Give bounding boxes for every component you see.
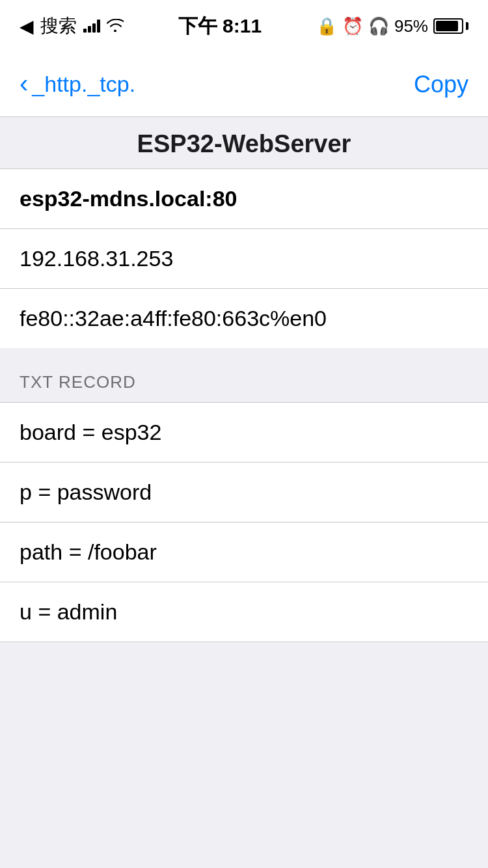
status-left: ◀ 搜索 xyxy=(20,14,124,38)
back-label: _http._tcp. xyxy=(32,72,135,97)
status-right: 🔒 ⏰ 🎧 95% xyxy=(316,16,468,36)
txt-key-3: u xyxy=(20,599,32,624)
txt-equals-1: = xyxy=(38,480,57,504)
txt-equals-0: = xyxy=(82,420,101,444)
wifi-icon xyxy=(107,16,124,36)
page-title: ESP32-WebServer xyxy=(20,130,468,158)
txt-key-2: path xyxy=(20,539,62,564)
txt-key-0: board xyxy=(20,420,76,444)
txt-header-label: TXT RECORD xyxy=(20,372,136,392)
battery-percent: 95% xyxy=(394,16,428,36)
nav-bar: ‹ _http._tcp. Copy xyxy=(0,52,488,117)
txt-equals-3: = xyxy=(38,599,57,624)
section-title-container: ESP32-WebServer xyxy=(0,117,488,169)
lock-icon: 🔒 xyxy=(316,16,337,36)
address-value-2: fe80::32ae:a4ff:fe80:663c%en0 xyxy=(20,306,327,331)
txt-record-1[interactable]: p = password xyxy=(0,463,488,522)
carrier-label: 搜索 xyxy=(40,14,77,38)
txt-value-3: admin xyxy=(57,599,118,624)
address-group: esp32-mdns.local:80 192.168.31.253 fe80:… xyxy=(0,169,488,348)
alarm-icon: ⏰ xyxy=(342,16,363,36)
battery-icon xyxy=(433,18,468,34)
address-item-0[interactable]: esp32-mdns.local:80 xyxy=(0,169,488,229)
txt-records-group: board = esp32 p = password path = /fooba… xyxy=(0,402,488,642)
txt-key-1: p xyxy=(20,480,32,504)
txt-record-0[interactable]: board = esp32 xyxy=(0,403,488,463)
txt-section-header: TXT RECORD xyxy=(0,348,488,402)
address-value-0: esp32-mdns.local:80 xyxy=(20,186,237,211)
txt-record-2[interactable]: path = /foobar xyxy=(0,522,488,582)
address-item-2[interactable]: fe80::32ae:a4ff:fe80:663c%en0 xyxy=(0,289,488,348)
txt-value-2: /foobar xyxy=(88,539,157,564)
status-bar: ◀ 搜索 下午 8:11 🔒 ⏰ 🎧 95% xyxy=(0,0,488,52)
chevron-left-icon: ‹ xyxy=(20,70,28,96)
txt-value-0: esp32 xyxy=(102,420,162,444)
txt-value-1: password xyxy=(57,480,152,504)
signal-icon xyxy=(83,20,100,33)
address-value-1: 192.168.31.253 xyxy=(20,246,173,271)
back-arrow-status: ◀ xyxy=(20,16,34,37)
headphone-icon: 🎧 xyxy=(368,16,389,36)
txt-equals-2: = xyxy=(69,539,88,564)
txt-record-3[interactable]: u = admin xyxy=(0,582,488,642)
bottom-area xyxy=(0,642,488,868)
status-time: 下午 8:11 xyxy=(178,13,262,40)
back-button[interactable]: ‹ _http._tcp. xyxy=(20,72,135,97)
copy-button[interactable]: Copy xyxy=(414,71,468,98)
address-item-1[interactable]: 192.168.31.253 xyxy=(0,229,488,289)
